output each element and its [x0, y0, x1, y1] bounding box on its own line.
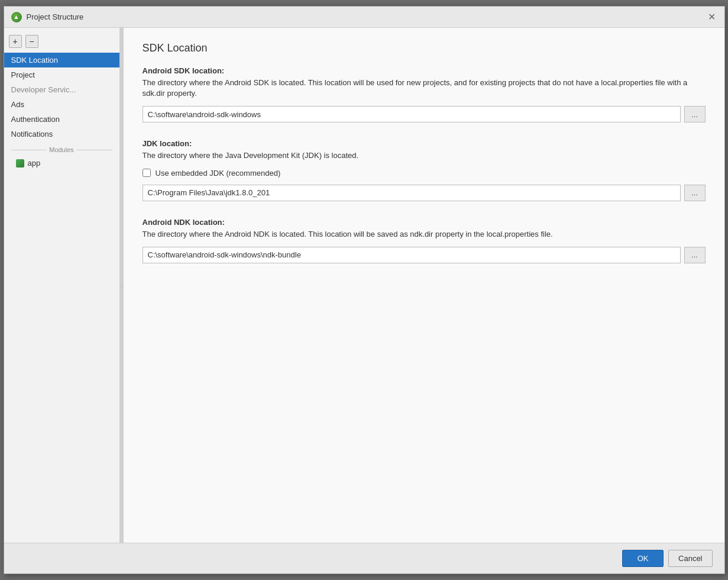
android-sdk-input-row: ... [143, 106, 706, 123]
modules-header: Modules [4, 141, 119, 156]
android-sdk-section: Android SDK location: The directory wher… [143, 66, 706, 123]
android-ndk-input-row: ... [143, 247, 706, 263]
jdk-path-input[interactable] [143, 185, 681, 201]
jdk-title: JDK location: [143, 139, 706, 148]
main-content: SDK Location Android SDK location: The d… [124, 28, 724, 543]
cancel-button[interactable]: Cancel [668, 550, 712, 567]
jdk-browse-button[interactable]: ... [684, 185, 706, 201]
sidebar-item-ads[interactable]: Ads [4, 97, 119, 112]
title-bar-left: ▲ Project Structure [11, 12, 84, 22]
android-sdk-title: Android SDK location: [143, 66, 706, 75]
add-button[interactable]: + [9, 35, 22, 48]
android-sdk-browse-button[interactable]: ... [684, 106, 706, 123]
sidebar-item-notifications[interactable]: Notifications [4, 127, 119, 141]
dialog-title: Project Structure [27, 12, 84, 21]
dialog-footer: OK Cancel [4, 543, 724, 573]
android-sdk-path-input[interactable] [143, 106, 681, 123]
android-sdk-desc: The directory where the Android SDK is l… [143, 78, 706, 99]
project-structure-dialog: ▲ Project Structure ✕ + − SDK Location P… [4, 6, 725, 574]
module-icon [16, 159, 24, 167]
android-ndk-desc: The directory where the Android NDK is l… [143, 229, 706, 240]
jdk-section: JDK location: The directory where the Ja… [143, 139, 706, 201]
embedded-jdk-checkbox[interactable] [143, 169, 151, 177]
sidebar-toolbar: + − [4, 33, 119, 53]
dialog-body: + − SDK Location Project Developer Servi… [4, 28, 724, 543]
jdk-checkbox-row: Use embedded JDK (recommended) [143, 169, 706, 178]
module-item-app[interactable]: app [4, 156, 119, 170]
sidebar-item-developer-services: Developer Servic... [4, 82, 119, 97]
title-bar: ▲ Project Structure ✕ [4, 7, 724, 28]
app-icon: ▲ [11, 12, 22, 22]
android-ndk-title: Android NDK location: [143, 218, 706, 227]
close-button[interactable]: ✕ [707, 12, 717, 22]
android-ndk-path-input[interactable] [143, 247, 681, 263]
sidebar-item-sdk-location[interactable]: SDK Location [4, 53, 119, 67]
jdk-input-row: ... [143, 185, 706, 201]
android-ndk-section: Android NDK location: The directory wher… [143, 218, 706, 263]
page-title: SDK Location [143, 42, 706, 54]
jdk-desc: The directory where the Java Development… [143, 150, 706, 161]
remove-button[interactable]: − [25, 35, 38, 48]
android-ndk-browse-button[interactable]: ... [684, 247, 706, 263]
sidebar-item-project[interactable]: Project [4, 67, 119, 82]
sidebar-item-authentication[interactable]: Authentication [4, 112, 119, 127]
ok-button[interactable]: OK [622, 550, 664, 567]
sidebar: + − SDK Location Project Developer Servi… [4, 28, 120, 543]
embedded-jdk-label[interactable]: Use embedded JDK (recommended) [156, 169, 281, 178]
